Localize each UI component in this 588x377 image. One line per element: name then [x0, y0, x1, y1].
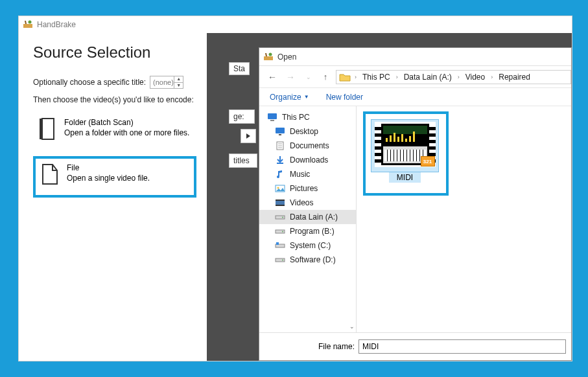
tree-item-label: Desktop — [290, 127, 318, 136]
svg-rect-26 — [276, 242, 279, 245]
doc-icon — [275, 141, 285, 150]
folder-option-desc: Open a folder with one or more files. — [64, 128, 189, 138]
choose-title-label: Optionally choose a specific title: — [33, 78, 146, 87]
chevron-right-icon[interactable]: › — [352, 74, 359, 80]
tree-item-label: Downloads — [290, 155, 328, 165]
svg-point-28 — [282, 260, 283, 261]
recent-dropdown-icon[interactable]: ⌄ — [302, 74, 315, 80]
chevron-right-icon[interactable]: › — [455, 74, 462, 80]
vid-icon — [275, 198, 285, 207]
bg-fragment — [241, 129, 256, 143]
tree-item[interactable]: System (C:) — [259, 238, 356, 253]
tree-item-label: Program (B:) — [290, 227, 335, 236]
pc-icon — [267, 113, 277, 122]
filename-label: File name: — [318, 342, 355, 351]
file-name-label: MIDI — [389, 172, 421, 183]
tree-item-label: Software (D:) — [290, 255, 336, 264]
open-dialog-icon — [263, 52, 274, 62]
svg-rect-19 — [276, 200, 285, 201]
svg-rect-3 — [42, 119, 54, 139]
forward-button[interactable]: → — [284, 72, 297, 82]
svg-point-24 — [282, 231, 283, 233]
tree-item-label: Music — [290, 170, 310, 179]
down-icon — [275, 155, 285, 165]
file-item-highlight: 321 MIDI — [363, 111, 449, 196]
tree-item[interactable]: Data Lain (A:) — [259, 210, 356, 224]
organize-button[interactable]: Organize ▼ — [270, 93, 309, 102]
title-spinner[interactable]: (none) ▲ ▼ — [150, 76, 183, 89]
file-option-name: File — [67, 163, 150, 173]
dialog-bottom-bar: File name: — [259, 332, 571, 360]
tree-item[interactable]: This PC — [259, 110, 356, 124]
file-item[interactable]: 321 MIDI — [371, 119, 439, 183]
spinner-up-icon[interactable]: ▲ — [174, 76, 183, 83]
spinner-down-icon[interactable]: ▼ — [174, 83, 183, 89]
svg-rect-7 — [270, 120, 274, 121]
tree-item[interactable]: Documents — [259, 139, 356, 153]
svg-rect-4 — [264, 56, 273, 60]
chevron-down-icon[interactable]: ⌄ — [349, 323, 355, 330]
drive-icon — [275, 212, 285, 222]
up-button[interactable]: ↑ — [320, 72, 331, 82]
app-titlebar: HandBrake — [19, 16, 572, 33]
svg-rect-8 — [276, 128, 285, 133]
handbrake-window: HandBrake Source Selection Optionally ch… — [18, 16, 572, 361]
bg-fragment: ge: — [229, 109, 255, 124]
app-title: HandBrake — [37, 20, 76, 29]
folder-tree[interactable]: This PCDesktopDocumentsDownloadsMusicPic… — [259, 106, 357, 332]
folder-option[interactable]: Folder (Batch Scan) Open a folder with o… — [33, 113, 196, 144]
svg-point-22 — [282, 217, 283, 218]
file-icon — [41, 163, 59, 186]
svg-point-5 — [269, 52, 272, 56]
tree-item[interactable]: Videos — [259, 196, 356, 210]
new-folder-button[interactable]: New folder — [326, 93, 363, 102]
file-option-desc: Open a single video file. — [67, 173, 150, 183]
breadcrumb-item[interactable]: Video — [464, 73, 487, 82]
tree-item-label: Documents — [290, 141, 329, 150]
breadcrumb-bar[interactable]: › This PC › Data Lain (A:) › Video › Rep… — [336, 70, 571, 84]
chevron-down-icon: ▼ — [304, 94, 309, 100]
svg-rect-0 — [23, 24, 32, 28]
open-dialog-titlebar: Open — [259, 48, 571, 66]
file-option-highlight: File Open a single video file. — [33, 156, 196, 198]
then-choose-label: Then choose the video(s) you'd like to e… — [33, 95, 196, 104]
folder-option-name: Folder (Batch Scan) — [64, 117, 189, 128]
desktop-icon — [275, 127, 285, 136]
breadcrumb-item[interactable]: This PC — [360, 73, 392, 82]
title-spinner-value: (none) — [153, 78, 174, 86]
file-option[interactable]: File Open a single video file. — [40, 161, 190, 187]
tree-item[interactable]: Music — [259, 167, 356, 181]
filename-input[interactable] — [359, 339, 566, 354]
tree-item[interactable]: Pictures — [259, 181, 356, 196]
svg-point-15 — [277, 176, 279, 178]
pic-icon — [275, 184, 285, 193]
tree-item-label: This PC — [282, 113, 310, 122]
drive-icon — [275, 255, 285, 264]
chevron-right-icon[interactable]: › — [394, 74, 401, 80]
drivesys-icon — [275, 241, 285, 250]
codec-badge: 321 — [421, 156, 435, 166]
file-list-area[interactable]: 321 MIDI — [357, 106, 571, 332]
svg-rect-9 — [279, 134, 281, 135]
tree-item[interactable]: Program (B:) — [259, 224, 356, 238]
tree-item-label: Pictures — [290, 184, 318, 193]
tree-item[interactable]: Downloads — [259, 153, 356, 167]
tree-item-label: Data Lain (A:) — [290, 212, 338, 222]
tree-item[interactable]: Software (D:) — [259, 253, 356, 267]
svg-point-1 — [29, 21, 32, 24]
bg-fragment: titles — [229, 154, 257, 168]
open-dialog: Open ← → ⌄ ↑ › This PC › Data Lain (A:) — [259, 47, 572, 361]
breadcrumb-item[interactable]: Data Lain (A:) — [402, 73, 454, 82]
nav-bar: ← → ⌄ ↑ › This PC › Data Lain (A:) › Vid… — [259, 66, 571, 88]
breadcrumb-item[interactable]: Repaired — [497, 73, 532, 82]
back-button[interactable]: ← — [266, 72, 279, 82]
handbrake-icon — [23, 19, 33, 30]
folder-icon — [38, 117, 56, 141]
chevron-right-icon[interactable]: › — [488, 74, 495, 80]
tree-item[interactable]: Desktop — [259, 124, 356, 139]
background-pane: Sta ge: titles Open ← → ⌄ ↑ — [207, 33, 572, 361]
source-selection-heading: Source Selection — [33, 43, 196, 62]
music-icon — [275, 170, 285, 179]
drive-icon — [275, 227, 285, 236]
choose-title-row: Optionally choose a specific title: (non… — [33, 76, 196, 89]
